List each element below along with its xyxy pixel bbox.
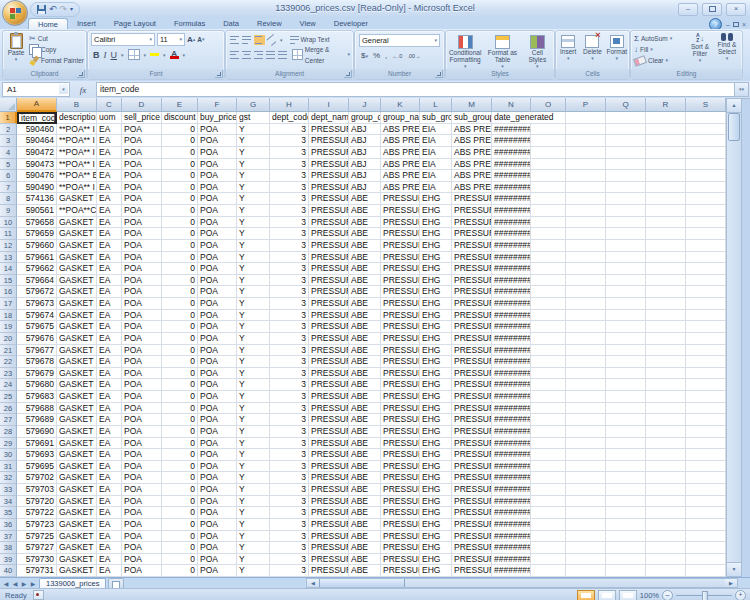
- cell-O22[interactable]: [531, 356, 566, 368]
- cell-O6[interactable]: [531, 170, 566, 182]
- cell-Q11[interactable]: [606, 228, 646, 240]
- cell-F6[interactable]: POA: [198, 170, 237, 182]
- cell-J40[interactable]: ABE: [349, 565, 381, 577]
- cell-D28[interactable]: POA: [122, 426, 162, 438]
- cell-S38[interactable]: [686, 542, 726, 554]
- row-header-22[interactable]: 22: [0, 356, 17, 368]
- cell-F23[interactable]: POA: [198, 368, 237, 380]
- cell-B27[interactable]: GASKET SF: [57, 414, 97, 426]
- cell-I8[interactable]: PRESSURE: [309, 193, 349, 205]
- cell-S35[interactable]: [686, 507, 726, 519]
- cell-C26[interactable]: EA: [97, 403, 122, 415]
- cell-B30[interactable]: GASKET SF: [57, 449, 97, 461]
- cell-N26[interactable]: ########: [492, 403, 531, 415]
- cell-D20[interactable]: POA: [122, 333, 162, 345]
- cell-E34[interactable]: 0: [162, 496, 198, 508]
- cell-Q10[interactable]: [606, 217, 646, 229]
- cell-B29[interactable]: GASKET SF: [57, 438, 97, 450]
- cell-G30[interactable]: Y: [237, 449, 270, 461]
- cell-G25[interactable]: Y: [237, 391, 270, 403]
- cell-D22[interactable]: POA: [122, 356, 162, 368]
- cell-D5[interactable]: POA: [122, 159, 162, 171]
- row-header-7[interactable]: 7: [0, 182, 17, 194]
- cell-L30[interactable]: EHG: [420, 449, 452, 461]
- cell-S25[interactable]: [686, 391, 726, 403]
- cell-O19[interactable]: [531, 321, 566, 333]
- cell-M21[interactable]: PRESSURE: [452, 345, 492, 357]
- row-header-8[interactable]: 8: [0, 193, 17, 205]
- cell-H28[interactable]: 3: [270, 426, 309, 438]
- cell-R3[interactable]: [646, 135, 686, 147]
- cell-L23[interactable]: EHG: [420, 368, 452, 380]
- cell-D38[interactable]: POA: [122, 542, 162, 554]
- cell-P8[interactable]: [566, 193, 606, 205]
- cell-H22[interactable]: 3: [270, 356, 309, 368]
- cell-R10[interactable]: [646, 217, 686, 229]
- cell-R40[interactable]: [646, 565, 686, 577]
- cell-A18[interactable]: 579674: [17, 310, 57, 322]
- row-header-31[interactable]: 31: [0, 461, 17, 473]
- cell-G6[interactable]: Y: [237, 170, 270, 182]
- cell-H11[interactable]: 3: [270, 228, 309, 240]
- cell-M12[interactable]: PRESSURE: [452, 240, 492, 252]
- cell-R32[interactable]: [646, 472, 686, 484]
- cell-R31[interactable]: [646, 461, 686, 473]
- cell-I36[interactable]: PRESSURE: [309, 519, 349, 531]
- cell-O20[interactable]: [531, 333, 566, 345]
- cell-I1[interactable]: dept_name: [309, 112, 349, 124]
- cell-N21[interactable]: ########: [492, 345, 531, 357]
- format-painter-button[interactable]: Format Painter: [29, 55, 84, 66]
- cell-J1[interactable]: group_code: [349, 112, 381, 124]
- cell-H10[interactable]: 3: [270, 217, 309, 229]
- cell-O4[interactable]: [531, 147, 566, 159]
- row-header-37[interactable]: 37: [0, 531, 17, 543]
- cell-J23[interactable]: ABE: [349, 368, 381, 380]
- cell-H16[interactable]: 3: [270, 286, 309, 298]
- cell-G32[interactable]: Y: [237, 472, 270, 484]
- cell-I9[interactable]: PRESSURE: [309, 205, 349, 217]
- cell-E2[interactable]: 0: [162, 124, 198, 136]
- cell-E17[interactable]: 0: [162, 298, 198, 310]
- row-header-14[interactable]: 14: [0, 263, 17, 275]
- cell-P24[interactable]: [566, 379, 606, 391]
- cell-A14[interactable]: 579662: [17, 263, 57, 275]
- cell-G9[interactable]: Y: [237, 205, 270, 217]
- cell-O33[interactable]: [531, 484, 566, 496]
- cell-A31[interactable]: 579695: [17, 461, 57, 473]
- cell-I5[interactable]: PRESSURE: [309, 159, 349, 171]
- cell-I14[interactable]: PRESSURE: [309, 263, 349, 275]
- cell-B32[interactable]: GASKET 25: [57, 472, 97, 484]
- cell-G34[interactable]: Y: [237, 496, 270, 508]
- cell-K10[interactable]: PRESSURE: [381, 217, 420, 229]
- cell-Q20[interactable]: [606, 333, 646, 345]
- cell-N8[interactable]: ########: [492, 193, 531, 205]
- cell-A25[interactable]: 579683: [17, 391, 57, 403]
- cell-H21[interactable]: 3: [270, 345, 309, 357]
- cell-B6[interactable]: **POA** E: [57, 170, 97, 182]
- cell-K29[interactable]: PRESSURE: [381, 438, 420, 450]
- cell-E23[interactable]: 0: [162, 368, 198, 380]
- cell-J21[interactable]: ABE: [349, 345, 381, 357]
- cell-A36[interactable]: 579723: [17, 519, 57, 531]
- cell-F12[interactable]: POA: [198, 240, 237, 252]
- cell-M35[interactable]: PRESSURE: [452, 507, 492, 519]
- insert-function-icon[interactable]: fx: [70, 85, 96, 95]
- cell-Q22[interactable]: [606, 356, 646, 368]
- cell-P18[interactable]: [566, 310, 606, 322]
- cell-G18[interactable]: Y: [237, 310, 270, 322]
- cell-P20[interactable]: [566, 333, 606, 345]
- cell-C19[interactable]: EA: [97, 321, 122, 333]
- cell-J32[interactable]: ABE: [349, 472, 381, 484]
- cell-A34[interactable]: 579720: [17, 496, 57, 508]
- row-header-24[interactable]: 24: [0, 379, 17, 391]
- cell-L10[interactable]: EHG: [420, 217, 452, 229]
- cell-O36[interactable]: [531, 519, 566, 531]
- cell-A16[interactable]: 579672: [17, 286, 57, 298]
- cell-C16[interactable]: EA: [97, 286, 122, 298]
- cell-G19[interactable]: Y: [237, 321, 270, 333]
- cell-F30[interactable]: POA: [198, 449, 237, 461]
- cell-I21[interactable]: PRESSURE: [309, 345, 349, 357]
- cell-P15[interactable]: [566, 275, 606, 287]
- cell-L1[interactable]: sub_group: [420, 112, 452, 124]
- cell-D9[interactable]: POA: [122, 205, 162, 217]
